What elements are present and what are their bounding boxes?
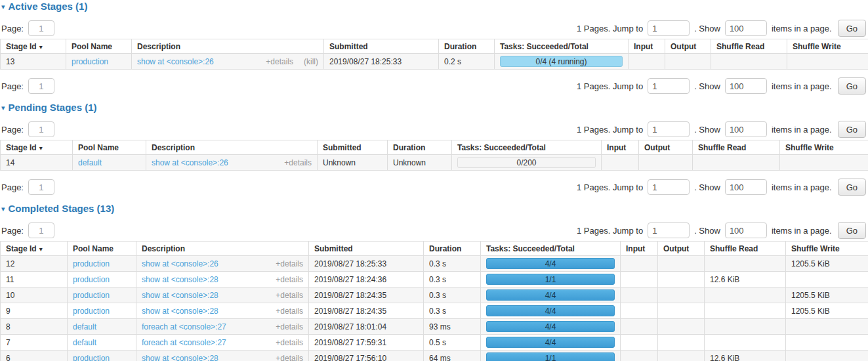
column-header-tasks-succeeded-total[interactable]: Tasks: Succeeded/Total: [495, 39, 629, 54]
column-header-output[interactable]: Output: [658, 242, 705, 256]
go-button[interactable]: Go: [838, 179, 866, 196]
go-button[interactable]: Go: [838, 20, 866, 37]
page-size-input[interactable]: [725, 121, 767, 137]
details-toggle[interactable]: +details: [276, 338, 303, 347]
description-link[interactable]: show at <console>:28: [142, 307, 218, 316]
pool-name-link[interactable]: production: [73, 291, 110, 300]
column-header-shuffle-write[interactable]: Shuffle Write: [786, 242, 868, 256]
collapse-arrow-icon: ▾: [1, 3, 5, 11]
page-size-input[interactable]: [725, 78, 767, 94]
page-size-input[interactable]: [725, 179, 767, 195]
column-header-tasks-succeeded-total[interactable]: Tasks: Succeeded/Total: [481, 242, 621, 256]
tasks-progress-bar: 0/200: [457, 157, 596, 168]
pool-name-link[interactable]: default: [73, 322, 96, 331]
pool-name-link[interactable]: production: [72, 57, 108, 66]
pagination-pending-stages-bottom: Page:1 Pages. Jump to. Showitems in a pa…: [0, 179, 868, 196]
details-toggle[interactable]: +details: [276, 291, 303, 300]
section-header-pending-stages[interactable]: ▾Pending Stages (1): [0, 102, 868, 113]
description-link[interactable]: show at <console>:28: [142, 354, 218, 361]
column-header-shuffle-write[interactable]: Shuffle Write: [787, 39, 868, 54]
description-link[interactable]: foreach at <console>:27: [142, 338, 226, 347]
column-header-submitted[interactable]: Submitted: [318, 140, 388, 155]
column-header-description[interactable]: Description: [146, 140, 318, 155]
column-header-pool-name[interactable]: Pool Name: [73, 140, 146, 155]
column-header-tasks-succeeded-total[interactable]: Tasks: Succeeded/Total: [452, 140, 602, 155]
duration-cell: 0.3 s: [424, 287, 481, 303]
pages-jump-text: 1 Pages. Jump to: [577, 125, 643, 135]
input-cell: [621, 335, 658, 350]
pool-name-link[interactable]: production: [73, 307, 110, 316]
column-header-stage-id[interactable]: Stage Id▾: [1, 140, 73, 155]
jump-to-input[interactable]: [648, 20, 690, 36]
column-header-stage-id[interactable]: Stage Id▾: [1, 242, 68, 256]
pool-name-link[interactable]: production: [73, 275, 110, 284]
column-header-submitted[interactable]: Submitted: [324, 39, 439, 54]
column-header-label: Tasks: Succeeded/Total: [457, 143, 546, 152]
column-header-pool-name[interactable]: Pool Name: [68, 242, 136, 256]
column-header-shuffle-write[interactable]: Shuffle Write: [780, 140, 868, 155]
output-cell: [639, 155, 693, 171]
section-header-completed-stages[interactable]: ▾Completed Stages (13): [0, 203, 868, 214]
pool-name-link[interactable]: default: [78, 158, 102, 167]
pool-name-link[interactable]: production: [73, 354, 110, 361]
page-number-input[interactable]: [28, 20, 54, 36]
go-button[interactable]: Go: [838, 77, 866, 95]
pool-name-link[interactable]: production: [73, 259, 110, 268]
column-header-pool-name[interactable]: Pool Name: [66, 39, 132, 54]
column-header-output[interactable]: Output: [665, 39, 711, 54]
column-header-shuffle-read[interactable]: Shuffle Read: [693, 140, 780, 155]
submitted-cell: 2019/08/27 18:01:04: [309, 319, 424, 335]
go-button[interactable]: Go: [838, 222, 866, 239]
column-header-input[interactable]: Input: [621, 242, 658, 256]
page-number-input[interactable]: [28, 121, 54, 137]
description-link[interactable]: show at <console>:28: [142, 275, 218, 284]
page-number-input[interactable]: [28, 179, 54, 195]
description-link[interactable]: show at <console>:28: [142, 291, 218, 300]
jump-to-input[interactable]: [648, 78, 690, 94]
details-toggle[interactable]: +details: [276, 354, 303, 361]
details-toggle[interactable]: +details: [276, 275, 303, 284]
column-header-shuffle-read[interactable]: Shuffle Read: [711, 39, 787, 54]
details-toggle[interactable]: +details: [276, 322, 303, 331]
section-header-active-stages[interactable]: ▾Active Stages (1): [0, 1, 868, 12]
kill-link[interactable]: (kill): [304, 57, 318, 66]
jump-to-input[interactable]: [648, 223, 690, 238]
column-header-duration[interactable]: Duration: [388, 140, 452, 155]
details-toggle[interactable]: +details: [266, 57, 293, 66]
page-size-input[interactable]: [725, 223, 767, 238]
output-cell: [658, 303, 705, 319]
details-toggle[interactable]: +details: [284, 158, 312, 167]
column-header-description[interactable]: Description: [132, 39, 324, 54]
description-link[interactable]: foreach at <console>:27: [142, 322, 226, 331]
description-link[interactable]: show at <console>:26: [142, 259, 218, 268]
column-header-description[interactable]: Description: [136, 242, 309, 256]
go-button[interactable]: Go: [838, 121, 866, 138]
column-header-stage-id[interactable]: Stage Id▾: [1, 39, 66, 54]
column-header-input[interactable]: Input: [602, 140, 639, 155]
description-link[interactable]: show at <console>:26: [137, 57, 214, 66]
column-header-shuffle-read[interactable]: Shuffle Read: [705, 242, 786, 256]
column-header-submitted[interactable]: Submitted: [309, 242, 424, 256]
jump-to-input[interactable]: [648, 179, 690, 195]
column-header-label: Input: [634, 42, 653, 51]
page-size-input[interactable]: [725, 20, 767, 36]
description-link[interactable]: show at <console>:26: [152, 158, 228, 167]
table-header-row: Stage Id▾Pool NameDescriptionSubmittedDu…: [1, 242, 868, 256]
column-header-duration[interactable]: Duration: [439, 39, 495, 54]
pool-name-link[interactable]: default: [73, 338, 96, 347]
column-header-input[interactable]: Input: [629, 39, 665, 54]
details-toggle[interactable]: +details: [276, 259, 303, 268]
description-wrap: show at <console>:28+details: [142, 307, 303, 316]
column-header-duration[interactable]: Duration: [424, 242, 481, 256]
page-number-input[interactable]: [28, 223, 54, 238]
details-toggle[interactable]: +details: [276, 307, 303, 316]
jump-to-input[interactable]: [648, 121, 690, 137]
tasks-progress-label: 0/4 (4 running): [535, 57, 587, 66]
tasks-progress-label: 4/4: [545, 322, 556, 331]
tasks-progress-bar: 1/1: [486, 274, 615, 285]
page-number-input[interactable]: [28, 78, 54, 94]
submitted-cell: 2019/08/27 18:24:35: [309, 303, 424, 319]
column-header-output[interactable]: Output: [639, 140, 693, 155]
stage-id-cell: 6: [1, 350, 68, 361]
pagination-right: 1 Pages. Jump to. Showitems in a page.Go: [572, 222, 866, 239]
